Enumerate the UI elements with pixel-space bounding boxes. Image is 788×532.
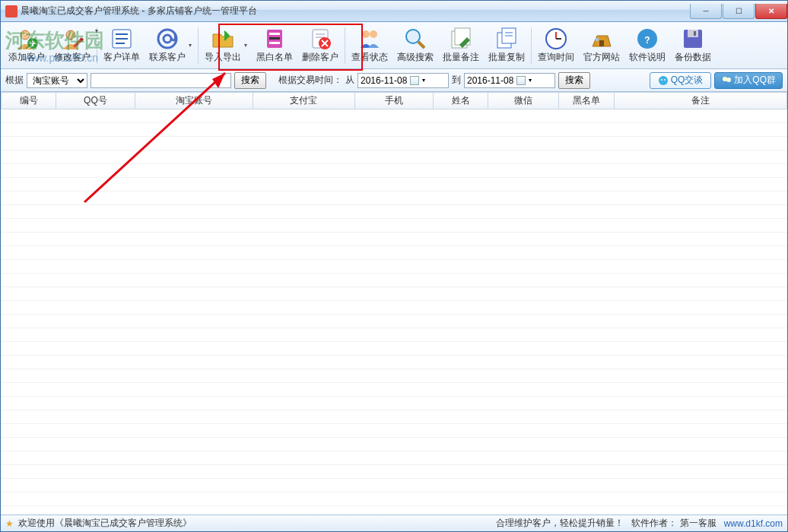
view-status-icon [357,27,382,51]
window-controls: ─ ☐ ✕ [689,4,787,19]
table-row[interactable] [1,205,787,219]
toolbar: 添加客户修改客户▾客户详单联系客户▾导入导出▾黑白名单删除客户查看状态高级搜索批… [1,22,787,69]
toolbar-label: 高级搜索 [397,51,434,64]
toolbar-clock[interactable]: 查询时间 [533,24,579,67]
add-user-icon [14,27,39,51]
titlebar: 晨曦淘宝已成交客户管理系统 - 多家店铺客户统一管理平台 ─ ☐ ✕ [1,1,787,22]
table-row[interactable] [1,451,787,465]
status-welcome: 欢迎使用《晨曦淘宝已成交客户管理系统》 [18,517,192,530]
author-value: 第一客服 [680,518,717,528]
qq-join-button[interactable]: 加入QQ群 [714,72,783,89]
table-row[interactable] [1,301,787,315]
svg-text:?: ? [644,35,650,46]
chevron-down-icon: ▾ [529,77,532,84]
table-row[interactable] [1,219,787,233]
table-row[interactable] [1,178,787,192]
svg-line-20 [418,42,424,48]
column-header[interactable]: 编号 [2,93,56,109]
table-row[interactable] [1,383,787,397]
table-row[interactable] [1,424,787,438]
star-icon: ★ [5,518,14,529]
date-to-input[interactable]: 2016-11-08 ▾ [464,73,555,88]
maximize-button[interactable]: ☐ [723,4,755,19]
toolbar-at[interactable]: 联系客户 [145,24,190,67]
column-header[interactable]: 姓名 [434,93,488,109]
table-row[interactable] [1,397,787,410]
qq-chat-button[interactable]: QQ交谈 [650,72,712,89]
toolbar-folder-io[interactable]: 导入导出 [200,24,246,67]
website-link[interactable]: www.d1kf.com [724,518,783,529]
toolbar-view-status[interactable]: 查看状态 [347,24,392,67]
svg-point-8 [164,35,171,43]
date-from-input[interactable]: 2016-11-08 ▾ [357,73,449,88]
table-row[interactable] [1,164,787,178]
toolbar-label: 客户详单 [103,51,140,64]
table-row[interactable] [1,506,787,515]
svg-rect-35 [688,30,698,37]
toolbar-help[interactable]: ?软件说明 [624,24,670,67]
toolbar-batch-copy[interactable]: 批量复制 [484,24,529,67]
column-header[interactable]: QQ号 [56,93,135,109]
search-button-1[interactable]: 搜索 [234,72,266,89]
table-row[interactable] [1,150,787,164]
search-input[interactable] [91,73,231,88]
toolbar-backup[interactable]: 备份数据 [670,24,716,67]
table-row[interactable] [1,410,787,424]
toolbar-delete[interactable]: 删除客户 [297,24,343,67]
data-table[interactable]: 编号QQ号淘宝账号支付宝手机姓名微信黑名单备注 [1,92,787,515]
delete-icon [308,27,332,51]
qq-icon [658,75,669,86]
toolbar-add-user[interactable]: 添加客户 [4,24,49,67]
table-row[interactable] [1,492,787,506]
toolbar-adv-search[interactable]: 高级搜索 [392,24,438,67]
toolbar-label: 修改客户 [54,51,91,64]
toolbar-bw-list[interactable]: 黑白名单 [252,24,297,67]
from-label: 从 [345,74,354,87]
toolbar-batch-note[interactable]: 批量备注 [438,24,484,67]
table-row[interactable] [1,356,787,369]
toolbar-label: 添加客户 [8,51,45,64]
close-button[interactable]: ✕ [755,4,787,19]
table-row[interactable] [1,342,787,356]
toolbar-edit-user[interactable]: 修改客户 [49,24,95,67]
table-row[interactable] [1,438,787,451]
filter-field-select[interactable]: 淘宝账号 [27,73,87,88]
table-row[interactable] [1,192,787,205]
app-icon [5,5,17,17]
table-row[interactable] [1,137,787,150]
batch-copy-icon [494,27,519,51]
table-row[interactable] [1,328,787,342]
column-header[interactable]: 淘宝账号 [135,93,253,109]
table-row[interactable] [1,123,787,137]
toolbar-separator [531,27,532,64]
table-row[interactable] [1,109,787,123]
column-header[interactable]: 手机 [354,93,433,109]
svg-point-41 [726,78,731,82]
table-row[interactable] [1,246,787,260]
table-row[interactable] [1,274,787,287]
toolbar-separator [345,27,345,64]
table-row[interactable] [1,233,787,246]
adv-search-icon [403,27,427,51]
search-button-2[interactable]: 搜索 [558,72,590,89]
table-row[interactable] [1,479,787,492]
toolbar-detail[interactable]: 客户详单 [99,24,145,67]
column-header[interactable]: 微信 [488,93,559,109]
table-row[interactable] [1,260,787,274]
column-header[interactable]: 备注 [614,93,786,109]
svg-point-40 [723,77,727,81]
calendar-icon [410,76,419,85]
toolbar-website[interactable]: 官方网站 [579,24,624,67]
table-row[interactable] [1,369,787,383]
table-row[interactable] [1,315,787,328]
table-row[interactable] [1,465,787,479]
column-header[interactable]: 黑名单 [559,93,614,109]
toolbar-label: 批量备注 [443,51,479,64]
column-header[interactable]: 支付宝 [253,93,354,109]
minimize-button[interactable]: ─ [690,4,722,19]
table-row[interactable] [1,287,787,301]
statusbar: ★ 欢迎使用《晨曦淘宝已成交客户管理系统》 合理维护客户，轻松提升销量！ 软件作… [1,515,787,531]
table-body[interactable] [1,109,787,515]
toolbar-label: 联系客户 [149,51,186,64]
svg-rect-30 [599,40,604,46]
